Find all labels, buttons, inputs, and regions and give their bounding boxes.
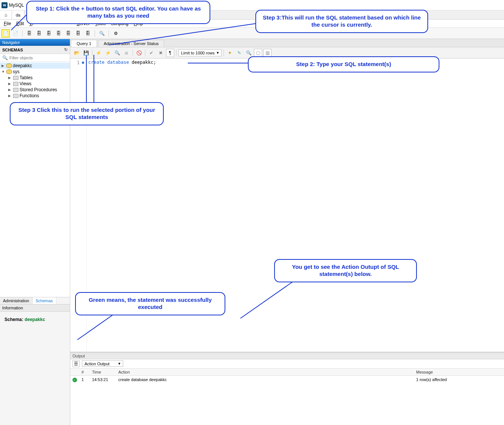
menu-edit[interactable]: Edit [14,20,26,27]
pilcrow-icon: ¶ [169,50,171,56]
star-icon: ✦ [228,50,232,56]
tb-btn-8[interactable]: 🗄 [74,29,82,38]
output-list-icon[interactable]: ☰ [72,360,80,367]
sql-plus-icon: 📄 [3,31,9,36]
schema-tree: ▶ deepakkc ▼ sys ▶ Tables ▶ Views ▶ [0,62,70,297]
output-header-row: # Time Action Message [70,369,504,376]
tb-btn-6[interactable]: 🗄 [54,29,63,38]
callout-step3a: Step 3:This will run the SQL statement b… [255,10,428,33]
tree-tables[interactable]: ▶ Tables [0,75,70,81]
information-body: Schema: deepakkc [0,312,70,327]
tb-btn-10[interactable]: 🔍 [98,29,106,38]
row-limit-select[interactable]: Limit to 1000 rows ▾ [178,49,222,56]
tree-label: Stored Procedures [20,87,57,92]
row-limit-label: Limit to 1000 rows [181,51,214,55]
tree-label: Functions [20,93,39,98]
toggle-autocommit-button[interactable]: 🚫 [135,49,143,57]
tree-stored-procedures[interactable]: ▶ Stored Procedures [0,87,70,93]
commit-button[interactable]: ✔ [147,49,155,57]
panel-toggle-button[interactable]: ▥ [263,49,272,57]
app-icon: W [2,2,8,8]
find-button[interactable]: 🔍 [244,49,253,57]
no-icon: 🚫 [136,50,142,56]
line-number: 1 [77,60,80,65]
x-icon: ✖ [159,50,163,56]
stop-button[interactable]: ⦻ [122,49,131,57]
callout-step3b: Step 3 Click this to run the selected po… [10,102,164,125]
tb-btn-9[interactable]: 🗄 [84,29,92,38]
toggle-whitespace-button[interactable]: ¶ [166,49,174,57]
tree-schema-deepakkc[interactable]: ▶ deepakkc [0,63,70,69]
execute-button[interactable]: ⚡ [94,49,103,57]
tree-label: Views [20,81,32,86]
breakpoint-dot-icon [82,62,84,64]
beautify-button[interactable]: ✦ [226,49,234,57]
tree-schema-sys[interactable]: ▼ sys [0,69,70,75]
home-tab[interactable]: ⌂ [0,11,12,19]
magnify-sql-icon: 🔍 [115,50,120,56]
col-num: # [79,369,90,376]
tree-views[interactable]: ▶ Views [0,81,70,87]
expand-icon[interactable]: ▶ [2,64,5,68]
sql-open-icon: 📄 [13,31,18,36]
db-icon: 🗄 [66,31,71,36]
tab-query1[interactable]: Query 1 [71,40,97,47]
schemas-header: SCHEMAS ↻ [0,46,70,54]
toolbar-separator [223,50,224,56]
expand-icon[interactable]: ▶ [8,82,12,86]
tab-schemas[interactable]: Schemas [33,297,56,304]
db-icon: 🗄 [56,31,61,36]
explain-button[interactable]: 🔍 [113,49,121,57]
db-icon: 🗄 [27,31,32,36]
output-row[interactable]: ✓ 1 14:53:21 create database deepakkc 1 … [70,375,504,384]
out-time: 14:53:21 [90,375,116,384]
navigator-bottom-tabs: Administration Schemas [0,297,70,304]
filter-input[interactable] [9,56,68,60]
new-sql-tab-button[interactable]: 📄 [2,29,10,38]
tree-functions[interactable]: ▶ Functions [0,93,70,99]
toolbar-separator [22,30,23,37]
tab-administration[interactable]: Administration [0,297,33,304]
expand-icon[interactable]: ▶ [8,94,12,98]
expand-icon[interactable]: ▶ [8,76,12,80]
open-sql-button[interactable]: 📄 [11,29,20,38]
rollback-button[interactable]: ✖ [157,49,165,57]
search-icon: 🔍 [99,31,105,36]
callout-output: You get to see the Action Outupt of SQL … [274,259,417,282]
menu-file[interactable]: File [2,20,13,27]
connection-tab[interactable]: da [12,11,24,19]
output-panel: Output ☰ Action Output ▾ # Time Action M… [70,352,504,425]
open-file-button[interactable]: 📂 [72,49,81,57]
tb-btn-5[interactable]: 🗄 [45,29,53,38]
brush-icon: ✎ [237,50,241,56]
col-time: Time [90,369,116,376]
col-message: Message [414,369,504,376]
collapse-icon[interactable]: ▼ [2,70,5,74]
execute-current-button[interactable]: ⚡ [104,49,112,57]
tab-admin-status[interactable]: Administration - Server Status [98,40,164,47]
output-type-select[interactable]: Action Output ▾ [82,360,123,367]
sql-keyword: create [88,60,104,65]
callout-step2: Step 2: Type your SQL statement(s) [248,56,439,72]
brush-button[interactable]: ✎ [235,49,243,57]
tb-btn-11[interactable]: ⚙ [112,29,120,38]
panel-icon: ▢ [256,50,260,56]
out-num: 1 [79,375,90,384]
editor-area: Query 1 Administration - Server Status 📂… [70,39,504,425]
sql-keyword: database [107,60,129,65]
tb-btn-3[interactable]: 🗄 [25,29,33,38]
save-file-button[interactable]: 💾 [82,49,90,57]
tb-btn-4[interactable]: 🗄 [35,29,43,38]
lightning-cursor-icon: ⚡ [105,50,111,56]
snippet-button[interactable]: ▢ [254,49,262,57]
tree-label: Tables [20,75,33,80]
folder-icon [13,93,18,98]
tree-label: deepakkc [13,63,32,68]
main-toolbar: 📄 📄 🗄 🗄 🗄 🗄 🗄 🗄 🗄 🔍 ⚙ [0,28,504,39]
refresh-icon[interactable]: ↻ [64,47,68,52]
tb-btn-7[interactable]: 🗄 [64,29,72,38]
expand-icon[interactable]: ▶ [8,88,12,92]
folder-open-icon: 📂 [74,50,80,56]
panel-icon: ▥ [266,50,270,56]
db-icon: 🗄 [86,31,90,36]
